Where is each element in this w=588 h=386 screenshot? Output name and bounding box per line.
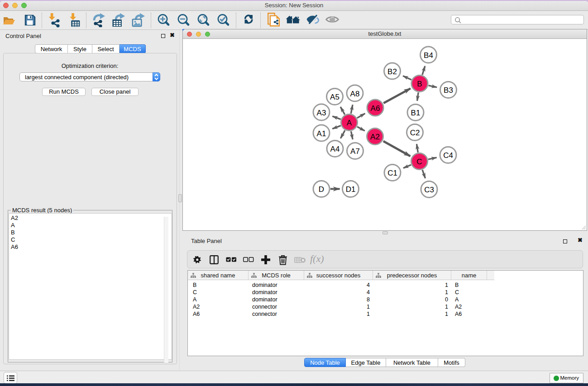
svg-text:C: C bbox=[416, 157, 422, 166]
svg-text:C1: C1 bbox=[387, 169, 397, 177]
svg-text:A5: A5 bbox=[330, 93, 339, 101]
svg-text:A: A bbox=[347, 119, 352, 127]
svg-text:B3: B3 bbox=[444, 86, 453, 95]
svg-text:A7: A7 bbox=[350, 147, 360, 156]
svg-text:B1: B1 bbox=[411, 109, 421, 117]
svg-text:C2: C2 bbox=[410, 129, 420, 137]
svg-text:C3: C3 bbox=[424, 186, 434, 194]
svg-text:A3: A3 bbox=[317, 109, 326, 117]
svg-text:A1: A1 bbox=[317, 129, 326, 138]
svg-text:A2: A2 bbox=[370, 133, 380, 141]
svg-text:A6: A6 bbox=[371, 104, 380, 113]
svg-text:D1: D1 bbox=[346, 185, 356, 194]
svg-text:B: B bbox=[417, 80, 422, 88]
svg-text:A4: A4 bbox=[330, 145, 340, 153]
svg-text:D: D bbox=[319, 185, 324, 194]
svg-text:B4: B4 bbox=[424, 51, 433, 60]
svg-text:A8: A8 bbox=[350, 90, 360, 98]
svg-text:B2: B2 bbox=[387, 67, 397, 76]
svg-text:C4: C4 bbox=[443, 151, 453, 160]
